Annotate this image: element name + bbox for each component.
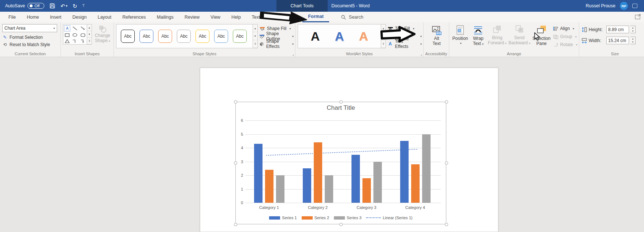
selection-handle[interactable] bbox=[339, 223, 343, 226]
document-page[interactable]: Chart Title Series 1Series 2Series 3Line… bbox=[200, 68, 498, 232]
text-box-icon[interactable]: A bbox=[64, 25, 70, 31]
gallery-more-icon[interactable]: ⊽ bbox=[87, 38, 92, 44]
shape-style-tile-1[interactable]: Abc bbox=[139, 30, 153, 43]
chart-legend[interactable]: Series 1Series 2Series 3Linear (Series 1… bbox=[236, 216, 446, 220]
tab-layout[interactable]: Layout bbox=[92, 12, 117, 22]
tab-view[interactable]: View bbox=[205, 12, 226, 22]
format-selection-button[interactable]: ✎ Format Selection bbox=[2, 34, 59, 41]
tab-insert[interactable]: Insert bbox=[45, 12, 67, 22]
selection-handle[interactable] bbox=[234, 100, 237, 104]
oval-shape-icon[interactable] bbox=[71, 32, 79, 38]
legend-item[interactable]: Series 2 bbox=[302, 216, 329, 220]
tab-design[interactable]: Design bbox=[278, 12, 303, 22]
rounded-rectangle-shape-icon[interactable] bbox=[79, 32, 87, 38]
height-input[interactable] bbox=[606, 26, 629, 33]
bar-series3-cat3[interactable] bbox=[373, 162, 382, 203]
legend-swatch bbox=[302, 216, 313, 220]
scroll-down-icon[interactable]: ▼ bbox=[87, 31, 92, 38]
selection-handle[interactable] bbox=[234, 223, 237, 226]
shape-style-tile-0[interactable]: Abc bbox=[121, 30, 135, 43]
shape-style-tile-4[interactable]: Abc bbox=[196, 30, 209, 43]
bar-series2-cat3[interactable] bbox=[362, 178, 371, 203]
bar-series1-cat3[interactable] bbox=[351, 155, 360, 203]
alt-text-button[interactable]: Alt Text bbox=[427, 24, 447, 50]
insert-shapes-scrollbar[interactable]: ▲ ▼ ⊽ bbox=[87, 24, 92, 45]
wordart-style-0[interactable]: A bbox=[311, 29, 320, 44]
tab-references[interactable]: References bbox=[117, 12, 151, 22]
rectangle-shape-icon[interactable] bbox=[63, 32, 71, 38]
gallery-more-icon[interactable]: ⊽ bbox=[381, 40, 386, 48]
selection-pane-button[interactable]: Selection Pane bbox=[532, 24, 551, 50]
reset-to-match-style-button[interactable]: ⟲ Reset to Match Style bbox=[2, 41, 59, 48]
selection-handle[interactable] bbox=[445, 161, 448, 165]
save-icon[interactable] bbox=[49, 3, 55, 9]
width-input[interactable] bbox=[606, 37, 629, 44]
wordart-style-1[interactable]: A bbox=[335, 29, 344, 44]
position-button[interactable]: Position ▾ bbox=[451, 24, 469, 50]
customize-quick-access-icon[interactable]: ⍡ bbox=[82, 4, 85, 8]
arrow-shape-icon[interactable] bbox=[79, 25, 87, 32]
tab-format[interactable]: Format bbox=[302, 12, 329, 22]
redo-button[interactable]: ↻ bbox=[72, 3, 77, 9]
wordart-scrollbar[interactable]: ▲ ▼ ⊽ bbox=[381, 24, 386, 48]
bar-series2-cat1[interactable] bbox=[265, 170, 273, 203]
chart-title[interactable]: Chart Title bbox=[236, 104, 446, 112]
scroll-up-icon[interactable]: ▲ bbox=[381, 25, 386, 32]
bar-series1-cat1[interactable] bbox=[254, 144, 263, 203]
shape-effects-button[interactable]: Shape Effects▾ bbox=[259, 41, 294, 47]
shape-style-scrollbar[interactable]: ▲ ▼ ⊽ bbox=[253, 24, 258, 48]
bar-series3-cat4[interactable] bbox=[422, 134, 431, 203]
width-stepper[interactable]: ▲▼ bbox=[630, 37, 636, 44]
undo-caret-icon[interactable]: ▾ bbox=[66, 4, 68, 8]
elbow-connector-icon[interactable] bbox=[71, 38, 79, 44]
bar-series2-cat4[interactable] bbox=[411, 164, 420, 203]
legend-item[interactable]: Series 3 bbox=[334, 216, 361, 220]
share-icon[interactable] bbox=[634, 13, 642, 20]
shape-style-tile-3[interactable]: Abc bbox=[177, 30, 191, 43]
bar-series3-cat1[interactable] bbox=[276, 175, 284, 203]
undo-button[interactable]: ↶▾ bbox=[60, 3, 67, 9]
text-effects-button[interactable]: A Text Effects▾ bbox=[387, 41, 422, 47]
search-box[interactable]: Search bbox=[341, 12, 364, 22]
bar-series1-cat2[interactable] bbox=[303, 168, 311, 203]
bar-series1-cat4[interactable] bbox=[400, 141, 409, 203]
selection-handle[interactable] bbox=[339, 100, 343, 104]
legend-item[interactable]: Series 1 bbox=[269, 216, 297, 220]
gridline bbox=[245, 203, 441, 203]
legend-item-trendline[interactable]: Linear (Series 1) bbox=[366, 216, 412, 220]
align-button[interactable]: Align▾ bbox=[553, 25, 577, 32]
ribbon-display-options-icon[interactable] bbox=[632, 4, 637, 8]
tab-file[interactable]: File bbox=[3, 12, 21, 22]
elbow-arrow-connector-icon[interactable] bbox=[79, 38, 87, 44]
shape-style-tile-5[interactable]: Abc bbox=[214, 30, 228, 43]
gallery-more-icon[interactable]: ⊽ bbox=[253, 40, 257, 48]
scroll-up-icon[interactable]: ▲ bbox=[87, 25, 92, 31]
triangle-shape-icon[interactable] bbox=[63, 38, 71, 44]
chart-elements-selector[interactable]: Chart Area ▾ bbox=[2, 24, 57, 32]
selection-handle[interactable] bbox=[445, 223, 448, 226]
autosave-pill[interactable]: Off bbox=[27, 3, 44, 9]
autosave-toggle[interactable]: AutoSave Off bbox=[5, 3, 44, 9]
bar-series3-cat2[interactable] bbox=[325, 175, 333, 203]
scroll-down-icon[interactable]: ▼ bbox=[253, 32, 257, 40]
avatar[interactable]: RP bbox=[620, 2, 628, 10]
tab-textaloud[interactable]: TextAloud bbox=[246, 12, 278, 22]
wrap-text-button[interactable]: Wrap Text▾ bbox=[470, 24, 486, 50]
chart[interactable]: Chart Title Series 1Series 2Series 3Line… bbox=[235, 102, 446, 224]
tab-home[interactable]: Home bbox=[21, 12, 44, 22]
scroll-up-icon[interactable]: ▲ bbox=[253, 25, 257, 32]
bar-series2-cat2[interactable] bbox=[314, 142, 322, 203]
height-stepper[interactable]: ▲▼ bbox=[630, 26, 636, 33]
tab-help[interactable]: Help bbox=[226, 12, 246, 22]
tab-review[interactable]: Review bbox=[179, 12, 205, 22]
user-name[interactable]: Russel Prouse bbox=[586, 3, 615, 8]
tab-design[interactable]: Design bbox=[67, 12, 92, 22]
scroll-down-icon[interactable]: ▼ bbox=[381, 32, 386, 40]
shape-style-tile-6[interactable]: Abc bbox=[233, 30, 247, 43]
wordart-style-2[interactable]: A bbox=[359, 29, 368, 44]
tab-mailings[interactable]: Mailings bbox=[151, 12, 179, 22]
shape-style-tile-2[interactable]: Abc bbox=[158, 30, 172, 43]
line-shape-icon[interactable] bbox=[71, 25, 79, 32]
document-canvas[interactable]: Chart Title Series 1Series 2Series 3Line… bbox=[0, 57, 644, 232]
selection-handle[interactable] bbox=[445, 100, 448, 104]
